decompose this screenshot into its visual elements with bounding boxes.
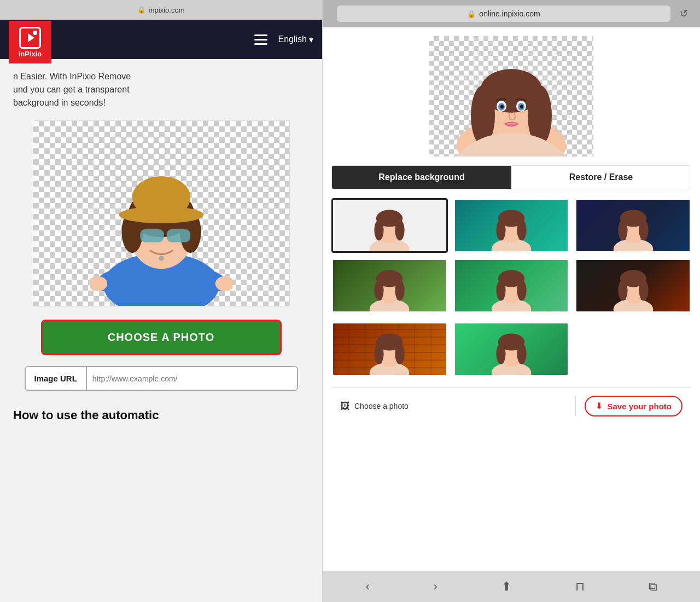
background-options-row2 xyxy=(331,258,691,313)
svg-point-27 xyxy=(520,105,523,109)
left-header: inPixio English ▾ xyxy=(0,20,322,59)
bg-option-forest[interactable] xyxy=(331,258,448,313)
person-image xyxy=(90,142,232,306)
bg-brick-inner xyxy=(333,323,446,375)
image-url-input[interactable] xyxy=(87,367,297,390)
action-bar-divider xyxy=(575,396,576,416)
svg-point-45 xyxy=(639,219,648,240)
bg-option-fire[interactable] xyxy=(575,258,691,313)
choose-photo-button[interactable]: CHOOSE A PHOTO xyxy=(41,320,282,355)
bottom-heading: How to use the automatic xyxy=(13,408,309,422)
portrait-image xyxy=(429,36,593,157)
right-panel: 🔒 online.inpixio.com ↺ xyxy=(323,0,700,602)
choose-photo-small-label: Choose a photo xyxy=(354,402,409,410)
bg-white-inner xyxy=(333,200,446,251)
image-icon: 🖼 xyxy=(340,401,350,412)
left-url: inpixio.com xyxy=(149,6,184,14)
bg-bright-green-inner xyxy=(455,323,568,375)
bg-option-white[interactable] xyxy=(331,198,448,253)
chevron-down-icon: ▾ xyxy=(309,34,313,45)
logo-dot xyxy=(33,31,37,35)
bg-fire-inner xyxy=(576,260,690,311)
refresh-button[interactable]: ↺ xyxy=(676,6,691,21)
svg-point-44 xyxy=(618,219,627,240)
forward-icon[interactable]: › xyxy=(434,580,438,594)
bg-teal-inner xyxy=(455,200,568,251)
back-icon[interactable]: ‹ xyxy=(365,580,369,594)
background-options-row3 xyxy=(331,322,691,377)
tab-restore-erase[interactable]: Restore / Erase xyxy=(511,166,691,189)
language-selector[interactable]: English ▾ xyxy=(278,34,313,45)
svg-rect-8 xyxy=(140,229,164,242)
bg-option-teal[interactable] xyxy=(453,198,570,253)
bookmarks-icon[interactable]: ⊓ xyxy=(575,580,585,594)
svg-point-33 xyxy=(395,219,405,240)
tab-replace-background[interactable]: Replace background xyxy=(332,166,511,189)
language-text: English xyxy=(278,34,307,44)
hamburger-line xyxy=(254,39,267,40)
svg-point-7 xyxy=(132,176,190,218)
svg-point-63 xyxy=(639,280,648,300)
intro-line2: und you can get a transparent xyxy=(13,85,130,94)
svg-point-62 xyxy=(618,280,627,300)
choose-photo-small-button[interactable]: 🖼 Choose a photo xyxy=(340,401,567,412)
svg-point-15 xyxy=(159,256,164,261)
save-photo-button[interactable]: ⬇ Save your photo xyxy=(585,396,682,416)
svg-point-26 xyxy=(500,105,504,109)
left-header-right: English ▾ xyxy=(254,34,313,45)
background-options-row1 xyxy=(331,198,691,253)
svg-point-75 xyxy=(517,343,526,364)
bg-option-empty xyxy=(575,322,691,377)
share-icon[interactable]: ⬆ xyxy=(501,580,511,594)
logo-text: inPixio xyxy=(19,50,42,58)
svg-point-51 xyxy=(395,280,405,300)
intro-text: n Easier. With InPixio Remove und you ca… xyxy=(13,70,309,109)
bg-option-night[interactable] xyxy=(575,198,691,253)
tabs-icon[interactable]: ⧉ xyxy=(649,580,657,594)
bg-option-foliage[interactable] xyxy=(453,258,570,313)
image-url-label: Image URL xyxy=(26,367,87,390)
image-url-container: Image URL xyxy=(25,366,298,391)
lock-icon: 🔒 xyxy=(467,10,476,18)
portrait-preview xyxy=(429,36,593,157)
bg-forest-inner xyxy=(333,260,446,311)
right-url-area: 🔒 online.inpixio.com xyxy=(337,5,670,22)
image-preview xyxy=(33,120,290,306)
tab-bar: Replace background Restore / Erase xyxy=(331,165,691,189)
right-content: Replace background Restore / Erase xyxy=(323,27,700,571)
save-photo-label: Save your photo xyxy=(607,402,672,411)
svg-point-68 xyxy=(375,343,384,364)
intro-line3: background in seconds! xyxy=(13,98,106,107)
svg-point-56 xyxy=(496,280,505,300)
left-content: n Easier. With InPixio Remove und you ca… xyxy=(0,59,322,602)
svg-point-57 xyxy=(517,280,526,300)
svg-rect-9 xyxy=(166,229,190,242)
bg-foliage-inner xyxy=(455,260,568,311)
intro-line1: n Easier. With InPixio Remove xyxy=(13,72,131,81)
lock-icon: 🔒 xyxy=(137,6,145,14)
logo-play-icon xyxy=(19,27,41,49)
hamburger-line xyxy=(254,34,267,36)
right-url: online.inpixio.com xyxy=(479,9,540,18)
svg-point-32 xyxy=(375,219,384,240)
left-browser-bar: 🔒 inpixio.com xyxy=(0,0,322,20)
svg-point-74 xyxy=(496,343,505,364)
bg-night-inner xyxy=(576,200,690,251)
inpixio-logo: inPixio xyxy=(9,21,51,63)
hamburger-line xyxy=(254,43,267,45)
download-icon: ⬇ xyxy=(596,401,603,411)
left-panel: 🔒 inpixio.com inPixio English ▾ n Easier… xyxy=(0,0,323,602)
svg-point-50 xyxy=(375,280,384,300)
svg-point-69 xyxy=(395,343,405,364)
hamburger-menu[interactable] xyxy=(254,34,267,45)
mobile-nav: ‹ › ⬆ ⊓ ⧉ xyxy=(323,571,700,602)
svg-point-38 xyxy=(496,219,505,240)
right-browser-bar: 🔒 online.inpixio.com ↺ xyxy=(323,0,700,27)
bg-option-brick[interactable] xyxy=(331,322,448,377)
action-bar: 🖼 Choose a photo ⬇ Save your photo xyxy=(331,387,691,424)
bg-option-bright-green[interactable] xyxy=(453,322,570,377)
svg-point-39 xyxy=(517,219,526,240)
